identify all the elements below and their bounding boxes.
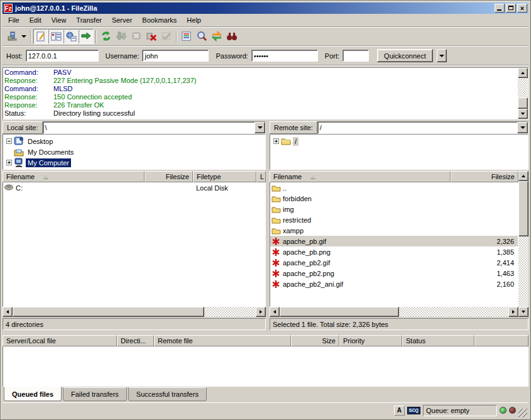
menu-transfer[interactable]: Transfer	[71, 15, 107, 25]
local-list-body[interactable]: C: Local Disk	[3, 182, 266, 307]
tab-failed-transfers[interactable]: Failed transfers	[63, 387, 127, 401]
scroll-left-button[interactable]	[270, 307, 280, 317]
local-site-value[interactable]: \	[43, 122, 255, 133]
scroll-up-button[interactable]	[518, 68, 528, 78]
local-site-combo[interactable]: \	[43, 121, 266, 134]
scrollbar-track[interactable]	[518, 78, 528, 97]
remote-site-value[interactable]: /	[318, 122, 517, 133]
menu-server[interactable]: Server	[107, 15, 137, 25]
local-horizontal-scrollbar[interactable]	[3, 307, 266, 317]
remote-directory-tree[interactable]: /	[270, 134, 528, 170]
collapse-icon[interactable]	[6, 138, 12, 144]
tab-successful-transfers[interactable]: Successful transfers	[128, 387, 207, 401]
tree-item-desktop[interactable]: Desktop	[4, 136, 264, 146]
queue-list-body[interactable]	[3, 346, 528, 387]
file-search-button[interactable]	[194, 29, 209, 44]
column-header-filename[interactable]: Filename	[270, 171, 451, 182]
column-header-filesize[interactable]: Filesize	[451, 171, 518, 182]
close-button[interactable]: ×	[517, 4, 527, 13]
remote-row[interactable]: forbidden	[270, 193, 518, 204]
column-header-priority[interactable]: Priority	[339, 335, 402, 346]
speed-limit-badge-icon[interactable]: SCQ	[407, 407, 420, 414]
site-manager-dropdown-button[interactable]	[19, 29, 28, 44]
remote-row[interactable]: ..	[270, 182, 518, 193]
verify-button[interactable]	[159, 29, 174, 44]
remote-site-combo[interactable]: /	[317, 121, 528, 134]
password-input[interactable]	[251, 50, 318, 62]
site-manager-button[interactable]	[4, 29, 19, 44]
expand-icon[interactable]	[273, 138, 279, 144]
process-queue-button[interactable]	[114, 29, 129, 44]
remote-site-dropdown-button[interactable]	[517, 122, 528, 133]
local-directory-tree[interactable]: Desktop My Documents My Computer	[3, 134, 266, 170]
column-header-filesize[interactable]: Filesize	[145, 171, 193, 182]
remote-row[interactable]: apache_pb2_ani.gif 2,160	[270, 279, 518, 289]
title-bar[interactable]: Fz john@127.0.0.1 - FileZilla ×	[3, 3, 528, 14]
tree-item-label[interactable]: Desktop	[26, 137, 55, 146]
scrollbar-thumb[interactable]	[518, 181, 528, 236]
scrollbar-track[interactable]	[399, 307, 508, 317]
toggle-remote-treeview-button[interactable]	[63, 29, 79, 44]
remote-row[interactable]: restricted	[270, 214, 518, 225]
column-header-server-local-file[interactable]: Server/Local file	[3, 335, 117, 346]
tree-item-my-documents[interactable]: My Documents	[4, 146, 264, 157]
toggle-message-log-button[interactable]	[33, 29, 48, 44]
quickconnect-dropdown-button[interactable]	[437, 49, 447, 62]
tree-item-label[interactable]: My Computer	[26, 158, 71, 167]
scroll-right-button[interactable]	[256, 307, 266, 317]
menu-help[interactable]: Help	[182, 15, 206, 25]
cancel-operation-button[interactable]	[129, 29, 144, 44]
port-input[interactable]	[342, 50, 369, 62]
remote-row[interactable]: apache_pb2.gif 2,414	[270, 257, 518, 268]
scrollbar-track[interactable]	[518, 236, 528, 307]
remote-row[interactable]: apache_pb.png 1,385	[270, 246, 518, 257]
remote-horizontal-scrollbar[interactable]	[270, 307, 518, 317]
minimize-button[interactable]	[495, 4, 505, 13]
scrollbar-thumb[interactable]	[280, 307, 399, 317]
column-header-filename[interactable]: Filename	[3, 171, 145, 182]
username-input[interactable]	[142, 50, 209, 62]
column-header-filetype[interactable]: Filetype	[193, 171, 256, 182]
remote-row[interactable]: img	[270, 204, 518, 214]
toggle-local-treeview-button[interactable]	[48, 29, 63, 44]
local-site-dropdown-button[interactable]	[255, 122, 265, 133]
synchronized-browsing-button[interactable]	[209, 29, 224, 44]
remote-row-selected[interactable]: apache_pb.gif 2,326	[270, 236, 518, 246]
disconnect-button[interactable]	[144, 29, 159, 44]
quickconnect-button[interactable]: Quickconnect	[377, 49, 433, 62]
local-row-c-drive[interactable]: C: Local Disk	[3, 182, 265, 193]
menu-edit[interactable]: Edit	[25, 15, 47, 25]
host-input[interactable]	[26, 50, 99, 62]
message-log[interactable]: Command:PASV Response:227 Entering Passi…	[3, 68, 518, 119]
resize-grip[interactable]	[518, 409, 527, 417]
toggle-transfer-queue-button[interactable]	[79, 29, 94, 44]
column-header-size[interactable]: Size	[291, 335, 339, 346]
scroll-down-button[interactable]	[518, 109, 528, 119]
filter-button[interactable]	[179, 29, 194, 44]
menu-file[interactable]: File	[3, 15, 25, 25]
scroll-left-button[interactable]	[3, 307, 13, 317]
remote-vertical-scrollbar[interactable]	[518, 171, 528, 317]
maximize-button[interactable]	[506, 4, 516, 13]
menu-view[interactable]: View	[47, 15, 72, 25]
scrollbar-thumb[interactable]	[518, 97, 528, 109]
column-header-status[interactable]: Status	[402, 335, 474, 346]
tree-item-my-computer[interactable]: My Computer	[4, 157, 264, 168]
remote-row[interactable]: xampp	[270, 225, 518, 236]
tab-queued-files[interactable]: Queued files	[4, 387, 62, 401]
scrollbar-track[interactable]	[204, 307, 256, 317]
scroll-right-button[interactable]	[508, 307, 518, 317]
column-header-direction[interactable]: Directi...	[117, 335, 154, 346]
column-header-last-modified[interactable]: L	[256, 171, 266, 182]
tree-item-root[interactable]: /	[271, 136, 527, 146]
tree-item-label[interactable]: My Documents	[26, 148, 75, 157]
ascii-transfer-type-icon[interactable]: A	[394, 406, 405, 416]
remote-row[interactable]: apache_pb2.png 1,463	[270, 268, 518, 279]
scrollbar-thumb[interactable]	[13, 307, 204, 317]
tree-item-label[interactable]: /	[293, 137, 298, 146]
column-header-blank[interactable]	[474, 335, 528, 346]
log-vertical-scrollbar[interactable]	[518, 68, 528, 119]
menu-bookmarks[interactable]: Bookmarks	[137, 15, 182, 25]
scroll-down-button[interactable]	[518, 307, 528, 317]
refresh-button[interactable]	[99, 29, 114, 44]
